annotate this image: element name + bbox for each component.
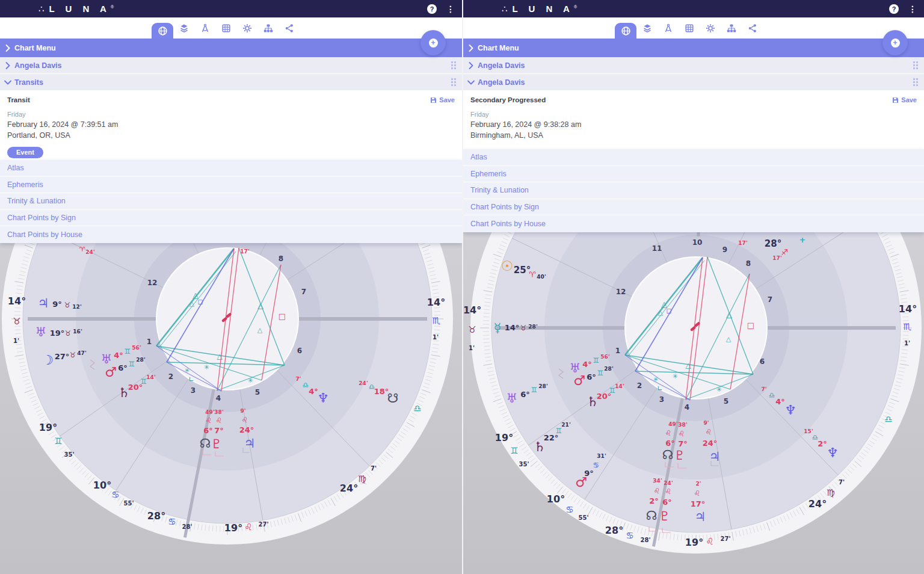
svg-text:6°: 6° (587, 372, 596, 381)
svg-text:4: 4 (685, 403, 689, 412)
svg-text:△: △ (257, 326, 263, 334)
svg-text:♃: ♃ (695, 510, 706, 524)
svg-text:14': 14' (146, 374, 155, 380)
accordion-angela-davis[interactable]: Angela Davis (463, 57, 924, 74)
svg-text:♌: ♌ (242, 416, 248, 424)
svg-text:17': 17' (772, 255, 781, 261)
accordion-angela-davis-expanded[interactable]: Angela Davis (463, 74, 924, 91)
svg-text:♐: ♐ (781, 248, 788, 257)
chart-menu-bar[interactable]: Chart Menu (463, 39, 924, 57)
svg-text:◻: ◻ (197, 298, 203, 306)
tab-settings[interactable] (236, 17, 257, 39)
svg-text:△: △ (685, 361, 691, 369)
drag-handle-icon[interactable] (913, 61, 918, 69)
svg-text:17': 17' (240, 248, 249, 255)
accordion-transits[interactable]: Transits (0, 74, 462, 91)
add-chart-button[interactable]: + (420, 30, 446, 55)
svg-text:6°: 6° (203, 426, 213, 435)
svg-text:55': 55' (579, 514, 589, 521)
svg-text:9': 9' (703, 420, 709, 426)
svg-text:49': 49' (668, 421, 677, 427)
svg-text:♌: ♌ (665, 429, 672, 437)
svg-text:56': 56' (600, 354, 609, 360)
save-button[interactable]: Save (892, 96, 917, 103)
accordion-angela-davis[interactable]: Angela Davis (0, 57, 462, 74)
globe-icon (158, 26, 168, 36)
svg-text:♎: ♎ (303, 381, 309, 389)
svg-text:♋: ♋ (111, 489, 119, 500)
menu-item-chart-points-by-house[interactable]: Chart Points by House (0, 226, 462, 243)
tab-layers[interactable] (173, 17, 194, 39)
tab-wheel-globe[interactable] (615, 23, 636, 39)
save-button[interactable]: Save (430, 96, 455, 103)
add-chart-button[interactable]: + (882, 30, 908, 55)
tab-sitemap[interactable] (721, 17, 742, 39)
menu-item-chart-points-by-sign[interactable]: Chart Points by Sign (0, 210, 462, 227)
drag-handle-icon[interactable] (451, 78, 456, 86)
transit-detail-card: Transit Save Friday February 16, 2024 @ … (0, 91, 462, 160)
svg-text:☿: ☿ (494, 321, 502, 335)
app-header: ∴L U N A® ? ⋮ (463, 0, 924, 17)
tab-compass[interactable] (194, 17, 215, 39)
help-icon[interactable]: ? (889, 4, 899, 14)
drag-handle-icon[interactable] (451, 61, 456, 69)
svg-text:△: △ (257, 301, 263, 310)
svg-text:28': 28' (641, 537, 651, 543)
svg-text:4°: 4° (775, 397, 785, 406)
svg-text:♌: ♌ (706, 428, 712, 436)
drag-handle-icon[interactable] (913, 78, 918, 86)
menu-item-trinity-lunation[interactable]: Trinity & Lunation (0, 193, 462, 210)
svg-text:☊: ☊ (646, 508, 658, 523)
svg-text:♎: ♎ (769, 391, 775, 400)
luna-app: △△△△△◻✳✳✳∟□14°♉1'19°♊35'10°♋55'28°♋28'19… (0, 0, 924, 574)
svg-text:35': 35' (64, 451, 75, 458)
tab-layers[interactable] (636, 17, 658, 39)
menu-item-chart-points-by-house[interactable]: Chart Points by House (463, 215, 924, 232)
svg-text:24°: 24° (340, 483, 358, 494)
svg-text:△: △ (726, 335, 732, 343)
detail-title: Secondary Progressed (470, 96, 546, 103)
menu-item-atlas[interactable]: Atlas (0, 160, 462, 177)
svg-text:1': 1' (13, 338, 19, 344)
svg-text:18°: 18° (374, 387, 389, 396)
tab-wheel-globe[interactable] (152, 23, 173, 39)
svg-text:♌: ♌ (665, 487, 672, 496)
tab-compass[interactable] (658, 17, 679, 39)
svg-text:4°: 4° (114, 351, 123, 360)
grid-table-icon (221, 23, 231, 33)
svg-text:17°: 17° (691, 499, 706, 508)
svg-text:10: 10 (692, 238, 703, 247)
svg-text:♋: ♋ (626, 530, 633, 541)
svg-text:7': 7' (839, 479, 845, 486)
tab-grid[interactable] (679, 17, 700, 39)
svg-text:♌: ♌ (216, 416, 223, 425)
svg-text:2°: 2° (649, 496, 659, 505)
svg-text:♊: ♊ (556, 427, 562, 435)
compass-icon (664, 23, 673, 33)
svg-text:♊: ♊ (593, 356, 600, 365)
app-header: ∴L U N A® ? ⋮ (0, 0, 462, 17)
tab-sitemap[interactable] (257, 17, 279, 39)
svg-text:♊: ♊ (510, 445, 518, 456)
tab-grid[interactable] (215, 17, 236, 39)
tab-settings[interactable] (700, 17, 721, 39)
tab-share[interactable] (279, 17, 300, 39)
kebab-menu-icon[interactable]: ⋮ (446, 5, 455, 13)
svg-text:24°: 24° (239, 425, 254, 434)
layers-icon (642, 23, 652, 33)
svg-text:♃: ♃ (709, 449, 721, 464)
luna-logo: ∴L U N A® (502, 4, 577, 14)
svg-text:♈: ♈ (79, 245, 85, 253)
chart-menu-bar[interactable]: Chart Menu (0, 39, 462, 57)
menu-item-ephemeris[interactable]: Ephemeris (0, 177, 462, 194)
menu-item-atlas[interactable]: Atlas (463, 149, 924, 166)
svg-text:7': 7' (295, 376, 301, 382)
help-icon[interactable]: ? (427, 4, 437, 14)
kebab-menu-icon[interactable]: ⋮ (908, 5, 917, 13)
menu-item-ephemeris[interactable]: Ephemeris (463, 166, 924, 183)
tab-share[interactable] (742, 17, 763, 39)
accordion-label: Angela Davis (478, 78, 913, 87)
svg-text:☊: ☊ (200, 436, 211, 451)
menu-item-chart-points-by-sign[interactable]: Chart Points by Sign (463, 199, 924, 216)
menu-item-trinity-lunation[interactable]: Trinity & Lunation (463, 182, 924, 199)
